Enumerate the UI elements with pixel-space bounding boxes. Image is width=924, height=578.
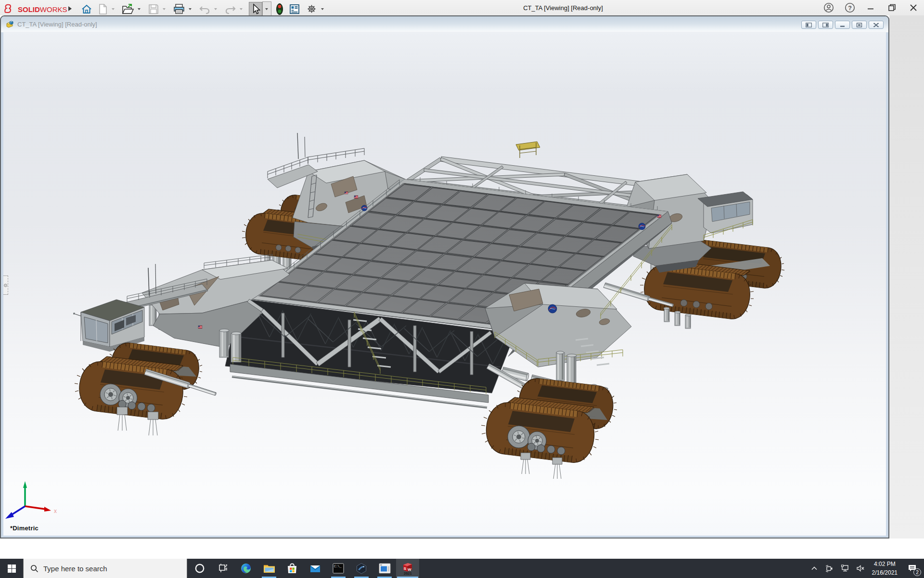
undo-icon	[199, 4, 211, 14]
toolbar-redo-dropdown[interactable]	[237, 2, 245, 16]
caret-down-icon	[214, 8, 217, 10]
svg-text:S: S	[404, 566, 407, 571]
brand-text: SOLIDWORKS	[18, 5, 67, 13]
front-left-truck-assembly	[75, 343, 217, 435]
close-button[interactable]	[903, 0, 924, 15]
caret-down-icon	[189, 8, 192, 10]
doc-pin-left-button[interactable]	[801, 21, 816, 29]
toolbar-task-pane-button[interactable]	[288, 2, 301, 16]
store-icon	[287, 563, 297, 574]
taskbar-terminal[interactable]: C:\_	[327, 559, 350, 578]
toolbar-redo-button[interactable]	[223, 2, 237, 16]
collapse-knob	[4, 284, 7, 287]
home-icon	[81, 3, 92, 15]
terminal-icon: C:\_	[333, 563, 344, 574]
save-icon	[148, 3, 159, 15]
restore-button[interactable]	[882, 0, 903, 15]
svg-text:?: ?	[848, 5, 852, 12]
taskbar-file-explorer[interactable]	[257, 559, 281, 578]
print-icon	[173, 3, 185, 15]
taskbar-edrawings[interactable]	[350, 559, 373, 578]
crawler-transporter-model: x	[3, 32, 886, 536]
task-pane-icon	[289, 3, 300, 15]
taskbar-clock[interactable]: 4:02 PM 2/16/2021	[869, 560, 901, 577]
account-button[interactable]	[818, 0, 839, 15]
taskbar-snipping[interactable]	[373, 559, 396, 578]
toolbar-save-dropdown[interactable]	[160, 2, 168, 16]
options-gear-icon	[306, 3, 318, 15]
edrawings-icon	[356, 563, 367, 574]
doc-pin-right-button[interactable]	[818, 21, 833, 29]
front-right-truck-assembly	[481, 379, 617, 479]
volume-muted-icon	[856, 565, 865, 572]
toolbar-select-dropdown[interactable]	[262, 1, 271, 17]
graphics-viewport[interactable]: x *Dimetric	[3, 32, 886, 536]
taskbar-edge[interactable]	[234, 559, 257, 578]
caret-down-icon	[321, 8, 324, 10]
help-icon: ?	[845, 2, 855, 13]
toolbar-select-button[interactable]	[249, 2, 262, 16]
brand-bold: SOLID	[18, 5, 40, 13]
brand-flyout-arrow[interactable]	[68, 6, 72, 11]
caret-down-icon	[138, 8, 141, 10]
doc-close-button[interactable]	[869, 21, 884, 29]
toolbar-options-dropdown[interactable]	[319, 2, 327, 16]
chevron-up-icon	[811, 565, 818, 572]
toolbar-print-dropdown[interactable]	[186, 2, 194, 16]
task-view-icon	[218, 563, 228, 574]
camera-icon	[825, 565, 834, 573]
taskbar-task-view[interactable]	[211, 559, 234, 578]
caret-down-icon	[240, 8, 243, 10]
toolbar-print-button[interactable]	[172, 2, 186, 16]
doc-restore-icon	[856, 23, 862, 27]
toolbar-undo-button[interactable]	[198, 2, 212, 16]
new-document-icon	[98, 3, 108, 15]
tray-camera[interactable]	[822, 559, 837, 578]
restore-icon	[887, 2, 898, 13]
toolbar-save-button[interactable]	[147, 2, 160, 16]
doc-minimize-button[interactable]	[835, 21, 850, 29]
start-button[interactable]	[0, 559, 23, 578]
pane-left-icon	[806, 23, 812, 27]
toolbar-home-button[interactable]	[80, 2, 93, 16]
taskbar-solidworks[interactable]: S W 2021	[396, 559, 419, 578]
doc-close-icon	[873, 23, 879, 27]
brand-light: WORKS	[40, 5, 67, 13]
doc-minimize-icon	[839, 23, 846, 27]
search-placeholder: Type here to search	[43, 565, 107, 573]
tray-volume-muted[interactable]	[853, 559, 868, 578]
search-icon	[30, 565, 38, 573]
toolbar-new-document-dropdown[interactable]	[109, 2, 117, 16]
dassault-3ds-icon	[4, 4, 15, 14]
taskbar-apps: C:\_ S W 2021	[188, 559, 419, 578]
toolbar-options-button[interactable]	[305, 2, 319, 16]
file-explorer-icon	[263, 563, 275, 574]
tray-chevron-up[interactable]	[807, 559, 821, 578]
minimize-button[interactable]	[860, 0, 882, 15]
document-titlebar[interactable]: CT_TA [Viewing] [Read-only]	[1, 16, 888, 32]
tray-date: 2/16/2021	[872, 568, 898, 577]
windows-taskbar: Type here to search	[0, 559, 924, 578]
solidworks-desktop: { "app": { "brand_bold": "SOLID", "brand…	[0, 0, 924, 578]
tray-network[interactable]	[838, 559, 852, 578]
feature-panel-collapse-tab[interactable]	[3, 276, 8, 295]
app-titlebar: SOLIDWORKS CT_TA [Viewing] [Read-o	[0, 0, 924, 15]
taskbar-store[interactable]	[281, 559, 304, 578]
taskbar-search[interactable]: Type here to search	[23, 559, 187, 578]
taskbar-cortana[interactable]	[188, 559, 211, 578]
document-window: CT_TA [Viewing] [Read-only]	[0, 15, 889, 539]
caret-down-icon	[163, 8, 166, 10]
toolbar-new-document-button[interactable]	[97, 2, 109, 16]
app-title: CT_TA [Viewing] [Read-only]	[523, 4, 603, 12]
toolbar-selection-filter-toggle-button[interactable]	[275, 2, 284, 16]
toolbar-open-button[interactable]	[121, 2, 135, 16]
taskbar-mail[interactable]	[304, 559, 327, 578]
toolbar-undo-dropdown[interactable]	[212, 2, 220, 16]
action-center-button[interactable]: 2	[902, 559, 922, 578]
minimize-icon	[866, 2, 876, 13]
toolbar-open-dropdown[interactable]	[135, 2, 143, 16]
pane-right-icon	[822, 23, 829, 27]
doc-restore-button[interactable]	[852, 21, 867, 29]
mail-icon	[309, 564, 321, 573]
help-button[interactable]: ?	[839, 0, 860, 15]
